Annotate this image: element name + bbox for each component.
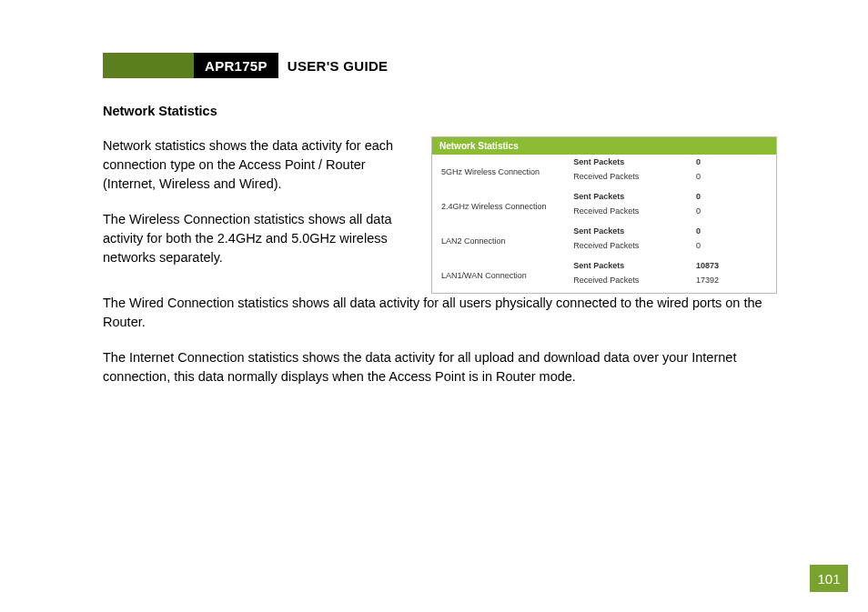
metric-label-recv: Received Packets [568,273,691,293]
table-row: LAN1/WAN Connection Sent Packets 10873 R… [432,258,776,293]
metric-label-sent: Sent Packets [573,157,624,166]
connection-name: 2.4GHz Wireless Connection [432,189,568,224]
stats-table: 5GHz Wireless Connection Sent Packets 0 … [432,155,776,293]
screenshot-title: Network Statistics [432,137,776,155]
table-row: LAN2 Connection Sent Packets 0 Received … [432,224,776,258]
table-row: 5GHz Wireless Connection Sent Packets 0 … [432,155,776,189]
metric-value-recv: 17392 [691,273,776,293]
metric-label-sent: Sent Packets [573,226,624,236]
table-row: 2.4GHz Wireless Connection Sent Packets … [432,189,776,224]
metric-value-recv: 0 [691,238,776,258]
title-accent [103,53,194,78]
title-guide: USER'S GUIDE [278,53,389,78]
connection-name: LAN2 Connection [432,224,568,258]
metric-value-sent: 0 [696,157,701,166]
metric-label-recv: Received Packets [568,204,691,224]
metric-label-sent: Sent Packets [573,261,624,270]
section-title: Network Statistics [103,104,777,118]
connection-name: LAN1/WAN Connection [432,258,568,293]
paragraph-4: The Internet Connection statistics shows… [103,348,777,386]
paragraph-2: The Wireless Connection statistics shows… [103,210,417,267]
connection-name: 5GHz Wireless Connection [432,155,568,189]
metric-label-sent: Sent Packets [573,192,624,201]
metric-value-sent: 10873 [696,261,719,270]
metric-label-recv: Received Packets [568,238,691,258]
metric-value-recv: 0 [691,169,776,189]
metric-value-sent: 0 [696,226,701,236]
metric-value-recv: 0 [691,204,776,224]
paragraph-1: Network statistics shows the data activi… [103,136,417,194]
metric-value-sent: 0 [696,192,701,201]
page-number: 101 [810,565,848,592]
network-statistics-screenshot: Network Statistics 5GHz Wireless Connect… [431,136,777,294]
metric-label-recv: Received Packets [568,169,691,189]
paragraph-3: The Wired Connection statistics shows al… [103,294,777,332]
title-bar: APR175P USER'S GUIDE [103,53,777,78]
title-model: APR175P [194,53,278,78]
